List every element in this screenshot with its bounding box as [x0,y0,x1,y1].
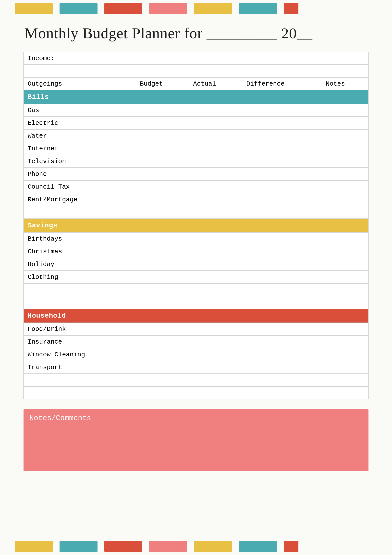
water-label: Water [24,129,136,142]
television-label: Television [24,155,136,168]
council-tax-label: Council Tax [24,181,136,193]
income-notes [322,52,368,65]
budget-table-container: Income: Outgoings Budget Actual Differen… [24,52,368,399]
col-budget-header: Budget [136,77,189,90]
table-row: Internet [24,142,368,155]
page: Monthly Budget Planner for _________ 20_… [0,0,392,555]
notes-header: Notes/Comments [29,414,363,422]
bottom-color-block-2 [60,541,98,552]
table-row: Insurance [24,336,368,348]
col-actual-header: Actual [189,77,242,90]
insurance-label: Insurance [24,336,136,348]
table-row: Rent/Mortgage [24,193,368,206]
transport-label: Transport [24,361,136,374]
birthdays-label: Birthdays [24,232,136,245]
income-label: Income: [24,52,136,65]
table-row: Water [24,129,368,142]
spacer-row-savings-1 [24,284,368,296]
table-row: Clothing [24,271,368,284]
spacer-row-household-2 [24,387,368,399]
column-headers-row: Outgoings Budget Actual Difference Notes [24,77,368,90]
bills-label: Bills [24,90,368,104]
col-difference-header: Difference [242,77,322,90]
spacer-row-1 [24,65,368,77]
table-row: Electric [24,117,368,129]
color-block-3 [104,3,142,14]
electric-label: Electric [24,117,136,129]
gas-difference [242,104,322,117]
rent-mortgage-label: Rent/Mortgage [24,193,136,206]
bills-section-header: Bills [24,90,368,104]
gas-notes [322,104,368,117]
clothing-label: Clothing [24,271,136,284]
top-color-bar [0,0,392,17]
bottom-color-block-3 [104,541,142,552]
col-outgoings-header: Outgoings [24,77,136,90]
household-label: Household [24,309,368,323]
income-actual [189,52,242,65]
table-row: Food/Drink [24,323,368,336]
color-block-5 [194,3,232,14]
gas-actual [189,104,242,117]
internet-label: Internet [24,142,136,155]
income-difference [242,52,322,65]
gas-budget [136,104,189,117]
color-block-6 [239,3,277,14]
title-area: Monthly Budget Planner for _________ 20_… [0,17,392,47]
savings-label: Savings [24,219,368,232]
christmas-label: Christmas [24,245,136,258]
color-block-2 [60,3,98,14]
budget-table: Income: Outgoings Budget Actual Differen… [24,52,368,399]
color-block-7 [284,3,298,14]
table-row: Gas [24,104,368,117]
col-notes-header: Notes [322,77,368,90]
table-row: Transport [24,361,368,374]
spacer-row-savings-2 [24,296,368,309]
gas-label: Gas [24,104,136,117]
holiday-label: Holiday [24,258,136,271]
notes-body [29,425,363,466]
food-drink-label: Food/Drink [24,323,136,336]
income-row: Income: [24,52,368,65]
bottom-color-block-1 [15,541,53,552]
window-cleaning-label: Window Cleaning [24,348,136,361]
color-block-4 [149,3,187,14]
household-section-header: Household [24,309,368,323]
phone-label: Phone [24,168,136,181]
table-row: Television [24,155,368,168]
spacer-row-bills [24,206,368,219]
table-row: Window Cleaning [24,348,368,361]
table-row: Holiday [24,258,368,271]
bottom-color-bar [0,538,392,555]
bottom-color-block-6 [239,541,277,552]
spacer-row-household-1 [24,374,368,387]
table-row: Phone [24,168,368,181]
table-row: Christmas [24,245,368,258]
table-row: Council Tax [24,181,368,193]
notes-section: Notes/Comments [24,409,368,471]
bottom-color-block-5 [194,541,232,552]
savings-section-header: Savings [24,219,368,232]
income-budget [136,52,189,65]
page-title: Monthly Budget Planner for _________ 20_… [24,25,368,42]
bottom-color-block-7 [284,541,298,552]
bottom-color-block-4 [149,541,187,552]
table-row: Birthdays [24,232,368,245]
color-block-1 [15,3,53,14]
